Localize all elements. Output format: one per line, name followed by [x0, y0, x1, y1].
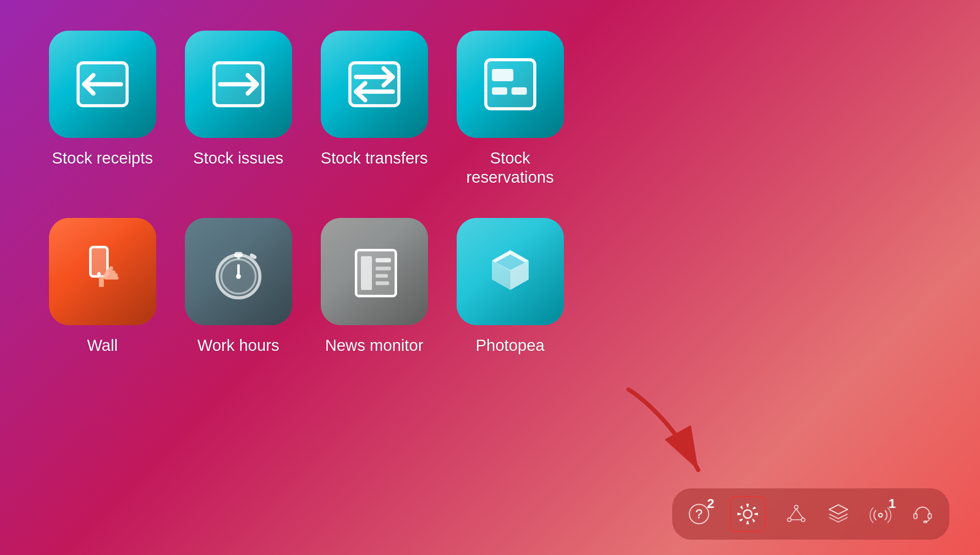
app-item-photopea[interactable]: Photopea — [454, 218, 567, 355]
headset-icon — [911, 503, 934, 526]
arrow-indicator — [612, 379, 720, 486]
app-item-wall[interactable]: Wall — [46, 218, 159, 355]
stock-transfers-icon — [321, 31, 428, 138]
svg-rect-11 — [90, 247, 108, 277]
svg-point-34 — [794, 505, 798, 509]
dock-item-headset[interactable] — [911, 503, 934, 526]
svg-rect-22 — [376, 258, 391, 262]
svg-point-36 — [801, 518, 805, 522]
wall-icon — [49, 218, 156, 325]
svg-rect-21 — [361, 256, 372, 290]
svg-point-33 — [743, 510, 752, 518]
app-item-stock-reservations[interactable]: Stockreservations — [454, 31, 567, 187]
svg-point-19 — [236, 274, 241, 279]
svg-text:?: ? — [696, 507, 702, 521]
dock-item-broadcast[interactable]: 1 — [869, 503, 892, 526]
news-monitor-icon — [321, 218, 428, 325]
svg-rect-4 — [350, 63, 399, 106]
svg-line-37 — [790, 509, 796, 518]
app-grid: Stock receipts Stock issues Stock transf… — [0, 0, 612, 386]
news-monitor-label: News monitor — [325, 336, 423, 355]
gear-icon — [736, 503, 759, 526]
svg-rect-25 — [376, 281, 389, 285]
svg-marker-40 — [829, 505, 848, 514]
network-icon — [785, 503, 808, 526]
broadcast-badge: 1 — [889, 497, 896, 510]
svg-point-41 — [879, 513, 882, 517]
stock-receipts-label: Stock receipts — [52, 149, 153, 168]
stock-reservations-label: Stockreservations — [466, 149, 554, 187]
work-hours-icon — [185, 218, 292, 325]
layers-icon — [827, 503, 850, 526]
stock-reservations-icon — [457, 31, 564, 138]
svg-rect-7 — [486, 60, 535, 109]
app-item-work-hours[interactable]: Work hours — [182, 218, 295, 355]
stock-issues-label: Stock issues — [193, 149, 284, 168]
photopea-label: Photopea — [476, 336, 545, 355]
app-item-news-monitor[interactable]: News monitor — [318, 218, 431, 355]
stock-issues-icon — [185, 31, 292, 138]
svg-line-38 — [796, 509, 803, 518]
dock-item-help[interactable]: ? 2 — [688, 503, 710, 526]
dock-item-layers[interactable] — [827, 503, 850, 526]
svg-rect-24 — [376, 274, 388, 278]
dock-item-settings[interactable] — [730, 496, 766, 532]
dock-item-network[interactable] — [785, 503, 808, 526]
svg-rect-10 — [511, 87, 527, 95]
work-hours-label: Work hours — [198, 336, 279, 355]
wall-label: Wall — [87, 336, 118, 355]
bottom-dock: ? 2 — [672, 488, 949, 540]
photopea-icon — [457, 218, 564, 325]
svg-rect-9 — [492, 87, 507, 95]
svg-point-12 — [97, 272, 101, 276]
app-item-stock-transfers[interactable]: Stock transfers — [318, 31, 431, 187]
app-item-stock-issues[interactable]: Stock issues — [182, 31, 295, 187]
stock-receipts-icon — [49, 31, 156, 138]
svg-point-35 — [787, 518, 791, 522]
svg-rect-23 — [376, 267, 391, 270]
app-item-stock-receipts[interactable]: Stock receipts — [46, 31, 159, 187]
help-badge: 2 — [707, 497, 714, 510]
stock-transfers-label: Stock transfers — [320, 149, 428, 168]
svg-rect-8 — [492, 69, 513, 81]
